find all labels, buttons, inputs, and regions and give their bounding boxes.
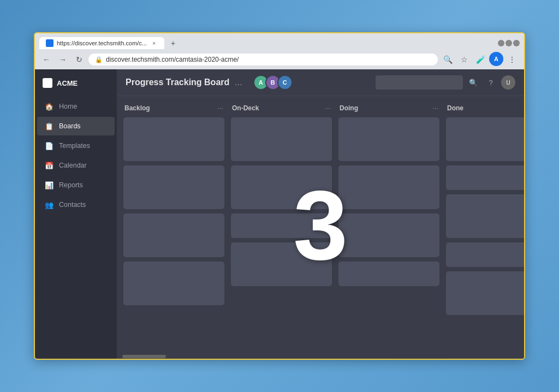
tab-favicon — [46, 39, 53, 47]
sidebar-item-home[interactable]: 🏠 Home — [37, 97, 115, 116]
header-right: 🔍 ? U — [376, 75, 515, 90]
sidebar-item-label: Home — [59, 103, 77, 110]
tab-label: https://discover.techsmith.com/c... — [57, 40, 147, 46]
address-bar[interactable]: 🔒 discover.techsmith.com/camtasia-2020-a… — [88, 54, 438, 66]
avatar-stack: A B C — [253, 75, 293, 90]
card[interactable] — [231, 117, 332, 161]
card[interactable] — [123, 165, 224, 209]
card[interactable] — [123, 262, 224, 305]
card[interactable] — [446, 165, 524, 190]
main-header: Progress Tracking Board ... A B C 🔍 ? U — [117, 69, 524, 96]
reports-icon: 📊 — [45, 181, 53, 189]
card[interactable] — [123, 213, 224, 257]
browser-window: https://discover.techsmith.com/c... × + … — [34, 32, 525, 360]
card[interactable] — [338, 262, 439, 286]
card[interactable] — [446, 271, 524, 315]
refresh-button[interactable]: ↻ — [72, 52, 86, 67]
column-title-on-deck: On-Deck — [232, 104, 259, 112]
calendar-icon: 📅 — [45, 161, 53, 170]
horizontal-scrollbar[interactable] — [117, 354, 524, 359]
column-title-backlog: Backlog — [124, 104, 150, 112]
app-container: ACME 🏠 Home 📋 Boards 📄 Templates 📅 Calen… — [35, 69, 524, 359]
header-user-avatar[interactable]: U — [501, 75, 515, 90]
main-content: Progress Tracking Board ... A B C 🔍 ? U — [117, 69, 524, 359]
sidebar-item-reports[interactable]: 📊 Reports — [37, 176, 115, 194]
card[interactable] — [231, 213, 332, 238]
card[interactable] — [446, 117, 524, 161]
minimize-button[interactable] — [498, 40, 504, 46]
home-icon: 🏠 — [45, 102, 53, 111]
url-text: discover.techsmith.com/camtasia-2020-acm… — [106, 56, 239, 63]
card[interactable] — [338, 213, 439, 257]
back-button[interactable]: ← — [39, 52, 53, 67]
lock-icon: 🔒 — [95, 56, 103, 63]
sidebar-item-label: Templates — [59, 142, 90, 150]
card[interactable] — [446, 194, 524, 238]
card[interactable] — [231, 242, 332, 286]
sidebar-item-calendar[interactable]: 📅 Calendar — [37, 156, 115, 175]
board-title: Progress Tracking Board — [126, 78, 229, 87]
column-menu-on-deck[interactable]: ··· — [325, 104, 331, 112]
boards-icon: 📋 — [45, 122, 53, 130]
sidebar-item-label: Reports — [59, 181, 83, 189]
extensions-icon[interactable]: 🧪 — [473, 52, 488, 67]
logo-icon — [43, 78, 52, 88]
column-menu-doing[interactable]: ··· — [432, 104, 438, 112]
browser-tab[interactable]: https://discover.techsmith.com/c... × — [39, 37, 164, 49]
contacts-icon: 👥 — [45, 200, 53, 209]
column-done: Done ··· — [446, 103, 524, 348]
logo-text: ACME — [57, 79, 78, 87]
card[interactable] — [231, 165, 332, 209]
sidebar-item-label: Calendar — [59, 162, 87, 169]
board-menu-button[interactable]: ... — [235, 78, 242, 87]
sidebar-item-boards[interactable]: 📋 Boards — [37, 117, 115, 135]
sidebar-item-templates[interactable]: 📄 Templates — [37, 136, 115, 155]
browser-menu-icon[interactable]: ⋮ — [504, 52, 520, 67]
column-header-on-deck: On-Deck ··· — [231, 103, 332, 113]
header-help-icon[interactable]: ? — [484, 75, 498, 90]
avatar-3[interactable]: C — [277, 75, 293, 90]
browser-actions: 🔍 ☆ 🧪 A ⋮ — [440, 52, 520, 67]
card[interactable] — [338, 165, 439, 209]
card[interactable] — [338, 117, 439, 161]
new-tab-button[interactable]: + — [166, 37, 180, 50]
scrollbar-thumb[interactable] — [122, 355, 166, 358]
sidebar-item-label: Contacts — [59, 201, 86, 209]
card[interactable] — [123, 117, 224, 161]
forward-button[interactable]: → — [56, 52, 70, 67]
column-header-doing: Doing ··· — [338, 103, 439, 113]
templates-icon: 📄 — [45, 141, 53, 150]
browser-controls-bar: ← → ↻ 🔒 discover.techsmith.com/camtasia-… — [35, 50, 524, 69]
tab-close-button[interactable]: × — [150, 39, 158, 47]
column-doing: Doing ··· — [338, 103, 439, 348]
column-backlog: Backlog ··· — [123, 103, 224, 348]
sidebar: ACME 🏠 Home 📋 Boards 📄 Templates 📅 Calen… — [35, 69, 117, 359]
browser-account-avatar[interactable]: A — [489, 52, 503, 66]
sidebar-item-contacts[interactable]: 👥 Contacts — [37, 195, 115, 214]
column-header-done: Done ··· — [446, 103, 524, 113]
sidebar-logo: ACME — [35, 74, 117, 97]
sidebar-item-label: Boards — [59, 122, 81, 130]
column-on-deck: On-Deck ··· — [231, 103, 332, 348]
window-controls — [498, 40, 520, 46]
maximize-button[interactable] — [506, 40, 512, 46]
browser-chrome: https://discover.techsmith.com/c... × + … — [35, 33, 524, 69]
board-area: Backlog ··· On-Deck ··· — [117, 96, 524, 354]
header-search[interactable] — [376, 75, 463, 90]
search-icon[interactable]: 🔍 — [440, 52, 455, 67]
close-button[interactable] — [513, 40, 520, 46]
browser-title-bar: https://discover.techsmith.com/c... × + — [35, 33, 524, 50]
column-header-backlog: Backlog ··· — [123, 103, 224, 113]
column-title-done: Done — [447, 104, 463, 112]
desktop: https://discover.techsmith.com/c... × + … — [0, 0, 559, 392]
bookmark-icon[interactable]: ☆ — [456, 52, 472, 67]
card[interactable] — [446, 242, 524, 267]
header-search-icon[interactable]: 🔍 — [466, 75, 480, 90]
column-menu-backlog[interactable]: ··· — [217, 104, 223, 112]
column-title-doing: Doing — [340, 104, 358, 112]
